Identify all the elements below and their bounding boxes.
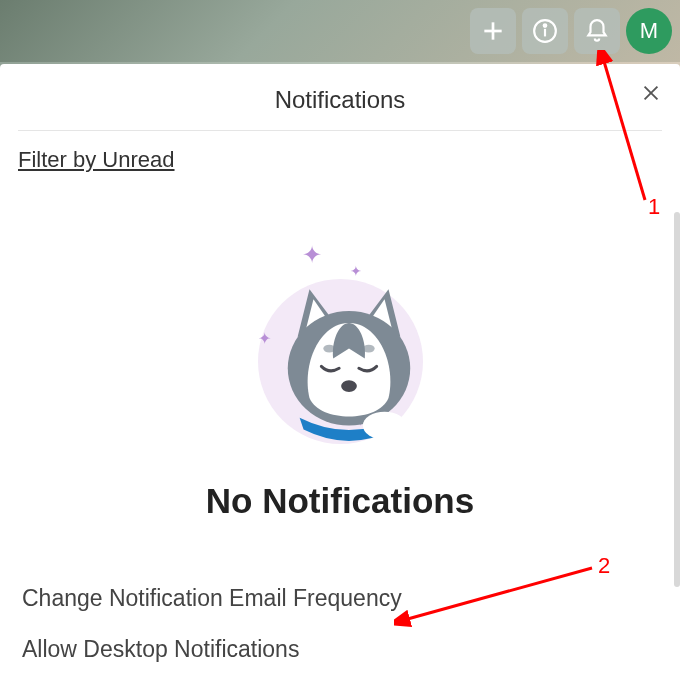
- panel-title: Notifications: [275, 86, 406, 113]
- scrollbar[interactable]: [674, 212, 680, 587]
- bell-icon: [584, 18, 610, 44]
- allow-desktop-notifications-link[interactable]: Allow Desktop Notifications: [0, 624, 680, 675]
- empty-illustration: ✦ ✦ ✦ ✦: [250, 241, 430, 451]
- notifications-panel: Notifications Filter by Unread ✦ ✦ ✦ ✦: [0, 64, 680, 686]
- close-button[interactable]: [636, 78, 666, 108]
- svg-point-10: [341, 380, 357, 392]
- sparkle-icon: ✦: [302, 241, 322, 269]
- notifications-button[interactable]: [574, 8, 620, 54]
- avatar-initial: M: [640, 18, 658, 44]
- filter-row: Filter by Unread: [0, 131, 680, 181]
- svg-point-9: [363, 345, 375, 353]
- add-button[interactable]: [470, 8, 516, 54]
- husky-icon: [270, 269, 428, 443]
- filter-unread-link[interactable]: Filter by Unread: [18, 147, 175, 172]
- plus-icon: [480, 18, 506, 44]
- header-bar: M: [0, 0, 680, 62]
- panel-header: Notifications: [18, 64, 662, 131]
- svg-point-8: [323, 345, 335, 353]
- close-icon: [640, 82, 662, 104]
- change-email-frequency-link[interactable]: Change Notification Email Frequency: [0, 573, 680, 624]
- empty-state-title: No Notifications: [0, 481, 680, 521]
- svg-point-11: [363, 412, 406, 440]
- empty-state: ✦ ✦ ✦ ✦: [0, 181, 680, 573]
- svg-point-4: [544, 24, 547, 27]
- info-button[interactable]: [522, 8, 568, 54]
- user-avatar[interactable]: M: [626, 8, 672, 54]
- info-icon: [532, 18, 558, 44]
